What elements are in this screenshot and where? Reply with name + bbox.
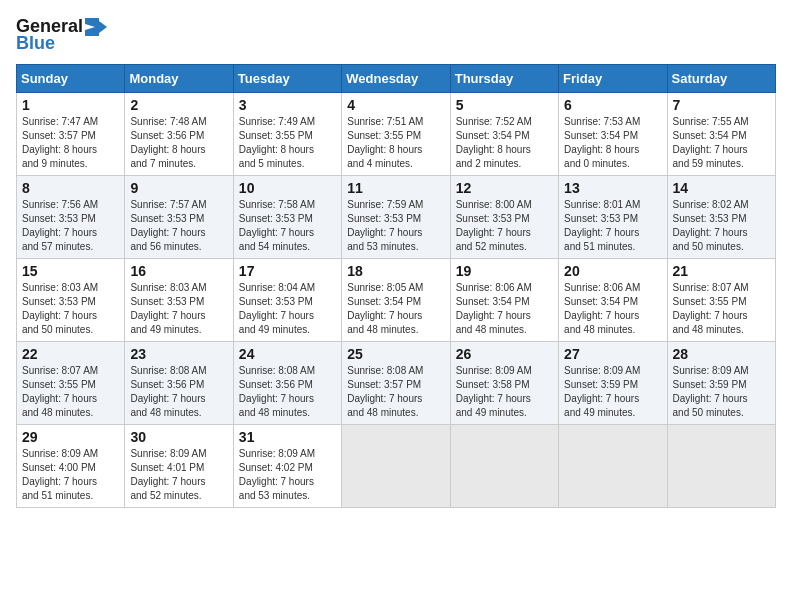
day-info: Sunrise: 8:00 AM Sunset: 3:53 PM Dayligh… bbox=[456, 198, 553, 254]
day-number: 30 bbox=[130, 429, 227, 445]
calendar-cell: 23Sunrise: 8:08 AM Sunset: 3:56 PM Dayli… bbox=[125, 342, 233, 425]
svg-marker-0 bbox=[85, 18, 107, 36]
day-number: 5 bbox=[456, 97, 553, 113]
day-info: Sunrise: 8:09 AM Sunset: 4:02 PM Dayligh… bbox=[239, 447, 336, 503]
calendar-cell: 12Sunrise: 8:00 AM Sunset: 3:53 PM Dayli… bbox=[450, 176, 558, 259]
logo: General Blue bbox=[16, 16, 107, 54]
day-info: Sunrise: 8:06 AM Sunset: 3:54 PM Dayligh… bbox=[564, 281, 661, 337]
logo-text-blue: Blue bbox=[16, 33, 55, 54]
calendar-cell: 17Sunrise: 8:04 AM Sunset: 3:53 PM Dayli… bbox=[233, 259, 341, 342]
day-header-friday: Friday bbox=[559, 65, 667, 93]
day-number: 28 bbox=[673, 346, 770, 362]
calendar-cell: 14Sunrise: 8:02 AM Sunset: 3:53 PM Dayli… bbox=[667, 176, 775, 259]
calendar-cell: 7Sunrise: 7:55 AM Sunset: 3:54 PM Daylig… bbox=[667, 93, 775, 176]
day-number: 6 bbox=[564, 97, 661, 113]
day-info: Sunrise: 7:55 AM Sunset: 3:54 PM Dayligh… bbox=[673, 115, 770, 171]
day-info: Sunrise: 8:05 AM Sunset: 3:54 PM Dayligh… bbox=[347, 281, 444, 337]
calendar-cell: 20Sunrise: 8:06 AM Sunset: 3:54 PM Dayli… bbox=[559, 259, 667, 342]
day-number: 14 bbox=[673, 180, 770, 196]
day-info: Sunrise: 7:56 AM Sunset: 3:53 PM Dayligh… bbox=[22, 198, 119, 254]
day-number: 9 bbox=[130, 180, 227, 196]
calendar-header-row: SundayMondayTuesdayWednesdayThursdayFrid… bbox=[17, 65, 776, 93]
calendar-week-row: 29Sunrise: 8:09 AM Sunset: 4:00 PM Dayli… bbox=[17, 425, 776, 508]
day-info: Sunrise: 7:59 AM Sunset: 3:53 PM Dayligh… bbox=[347, 198, 444, 254]
day-number: 21 bbox=[673, 263, 770, 279]
day-info: Sunrise: 8:09 AM Sunset: 4:00 PM Dayligh… bbox=[22, 447, 119, 503]
calendar-cell: 24Sunrise: 8:08 AM Sunset: 3:56 PM Dayli… bbox=[233, 342, 341, 425]
day-info: Sunrise: 8:03 AM Sunset: 3:53 PM Dayligh… bbox=[130, 281, 227, 337]
day-number: 19 bbox=[456, 263, 553, 279]
day-number: 11 bbox=[347, 180, 444, 196]
day-info: Sunrise: 7:49 AM Sunset: 3:55 PM Dayligh… bbox=[239, 115, 336, 171]
day-info: Sunrise: 8:09 AM Sunset: 4:01 PM Dayligh… bbox=[130, 447, 227, 503]
day-number: 18 bbox=[347, 263, 444, 279]
calendar-cell: 27Sunrise: 8:09 AM Sunset: 3:59 PM Dayli… bbox=[559, 342, 667, 425]
calendar-cell: 22Sunrise: 8:07 AM Sunset: 3:55 PM Dayli… bbox=[17, 342, 125, 425]
calendar-cell bbox=[450, 425, 558, 508]
calendar-table: SundayMondayTuesdayWednesdayThursdayFrid… bbox=[16, 64, 776, 508]
calendar-cell: 8Sunrise: 7:56 AM Sunset: 3:53 PM Daylig… bbox=[17, 176, 125, 259]
day-header-wednesday: Wednesday bbox=[342, 65, 450, 93]
calendar-week-row: 22Sunrise: 8:07 AM Sunset: 3:55 PM Dayli… bbox=[17, 342, 776, 425]
calendar-cell: 31Sunrise: 8:09 AM Sunset: 4:02 PM Dayli… bbox=[233, 425, 341, 508]
calendar-cell: 9Sunrise: 7:57 AM Sunset: 3:53 PM Daylig… bbox=[125, 176, 233, 259]
calendar-cell: 28Sunrise: 8:09 AM Sunset: 3:59 PM Dayli… bbox=[667, 342, 775, 425]
logo-arrow-icon bbox=[85, 18, 107, 36]
day-info: Sunrise: 8:06 AM Sunset: 3:54 PM Dayligh… bbox=[456, 281, 553, 337]
calendar-cell: 30Sunrise: 8:09 AM Sunset: 4:01 PM Dayli… bbox=[125, 425, 233, 508]
day-number: 16 bbox=[130, 263, 227, 279]
day-number: 1 bbox=[22, 97, 119, 113]
day-number: 15 bbox=[22, 263, 119, 279]
day-info: Sunrise: 8:03 AM Sunset: 3:53 PM Dayligh… bbox=[22, 281, 119, 337]
day-header-monday: Monday bbox=[125, 65, 233, 93]
calendar-cell bbox=[667, 425, 775, 508]
day-info: Sunrise: 8:08 AM Sunset: 3:56 PM Dayligh… bbox=[239, 364, 336, 420]
calendar-cell: 18Sunrise: 8:05 AM Sunset: 3:54 PM Dayli… bbox=[342, 259, 450, 342]
calendar-cell bbox=[342, 425, 450, 508]
day-number: 2 bbox=[130, 97, 227, 113]
calendar-cell: 3Sunrise: 7:49 AM Sunset: 3:55 PM Daylig… bbox=[233, 93, 341, 176]
calendar-cell: 15Sunrise: 8:03 AM Sunset: 3:53 PM Dayli… bbox=[17, 259, 125, 342]
day-info: Sunrise: 8:09 AM Sunset: 3:59 PM Dayligh… bbox=[673, 364, 770, 420]
calendar-cell: 2Sunrise: 7:48 AM Sunset: 3:56 PM Daylig… bbox=[125, 93, 233, 176]
day-number: 22 bbox=[22, 346, 119, 362]
calendar-cell: 1Sunrise: 7:47 AM Sunset: 3:57 PM Daylig… bbox=[17, 93, 125, 176]
calendar-cell: 19Sunrise: 8:06 AM Sunset: 3:54 PM Dayli… bbox=[450, 259, 558, 342]
calendar-cell: 25Sunrise: 8:08 AM Sunset: 3:57 PM Dayli… bbox=[342, 342, 450, 425]
day-info: Sunrise: 8:07 AM Sunset: 3:55 PM Dayligh… bbox=[22, 364, 119, 420]
day-info: Sunrise: 8:09 AM Sunset: 3:59 PM Dayligh… bbox=[564, 364, 661, 420]
calendar-cell: 29Sunrise: 8:09 AM Sunset: 4:00 PM Dayli… bbox=[17, 425, 125, 508]
day-header-sunday: Sunday bbox=[17, 65, 125, 93]
day-number: 27 bbox=[564, 346, 661, 362]
calendar-cell: 13Sunrise: 8:01 AM Sunset: 3:53 PM Dayli… bbox=[559, 176, 667, 259]
calendar-cell: 5Sunrise: 7:52 AM Sunset: 3:54 PM Daylig… bbox=[450, 93, 558, 176]
calendar-cell: 4Sunrise: 7:51 AM Sunset: 3:55 PM Daylig… bbox=[342, 93, 450, 176]
day-number: 17 bbox=[239, 263, 336, 279]
day-number: 31 bbox=[239, 429, 336, 445]
day-info: Sunrise: 7:51 AM Sunset: 3:55 PM Dayligh… bbox=[347, 115, 444, 171]
day-info: Sunrise: 7:53 AM Sunset: 3:54 PM Dayligh… bbox=[564, 115, 661, 171]
day-number: 24 bbox=[239, 346, 336, 362]
day-info: Sunrise: 8:01 AM Sunset: 3:53 PM Dayligh… bbox=[564, 198, 661, 254]
calendar-cell: 26Sunrise: 8:09 AM Sunset: 3:58 PM Dayli… bbox=[450, 342, 558, 425]
page-header: General Blue bbox=[16, 16, 776, 54]
day-info: Sunrise: 7:52 AM Sunset: 3:54 PM Dayligh… bbox=[456, 115, 553, 171]
calendar-cell: 6Sunrise: 7:53 AM Sunset: 3:54 PM Daylig… bbox=[559, 93, 667, 176]
day-info: Sunrise: 7:47 AM Sunset: 3:57 PM Dayligh… bbox=[22, 115, 119, 171]
day-number: 26 bbox=[456, 346, 553, 362]
day-header-saturday: Saturday bbox=[667, 65, 775, 93]
day-info: Sunrise: 7:57 AM Sunset: 3:53 PM Dayligh… bbox=[130, 198, 227, 254]
calendar-cell bbox=[559, 425, 667, 508]
day-info: Sunrise: 8:04 AM Sunset: 3:53 PM Dayligh… bbox=[239, 281, 336, 337]
day-number: 29 bbox=[22, 429, 119, 445]
calendar-cell: 21Sunrise: 8:07 AM Sunset: 3:55 PM Dayli… bbox=[667, 259, 775, 342]
day-number: 12 bbox=[456, 180, 553, 196]
day-header-thursday: Thursday bbox=[450, 65, 558, 93]
day-number: 8 bbox=[22, 180, 119, 196]
day-info: Sunrise: 8:08 AM Sunset: 3:57 PM Dayligh… bbox=[347, 364, 444, 420]
day-number: 3 bbox=[239, 97, 336, 113]
day-info: Sunrise: 8:07 AM Sunset: 3:55 PM Dayligh… bbox=[673, 281, 770, 337]
day-number: 13 bbox=[564, 180, 661, 196]
day-number: 10 bbox=[239, 180, 336, 196]
day-number: 20 bbox=[564, 263, 661, 279]
